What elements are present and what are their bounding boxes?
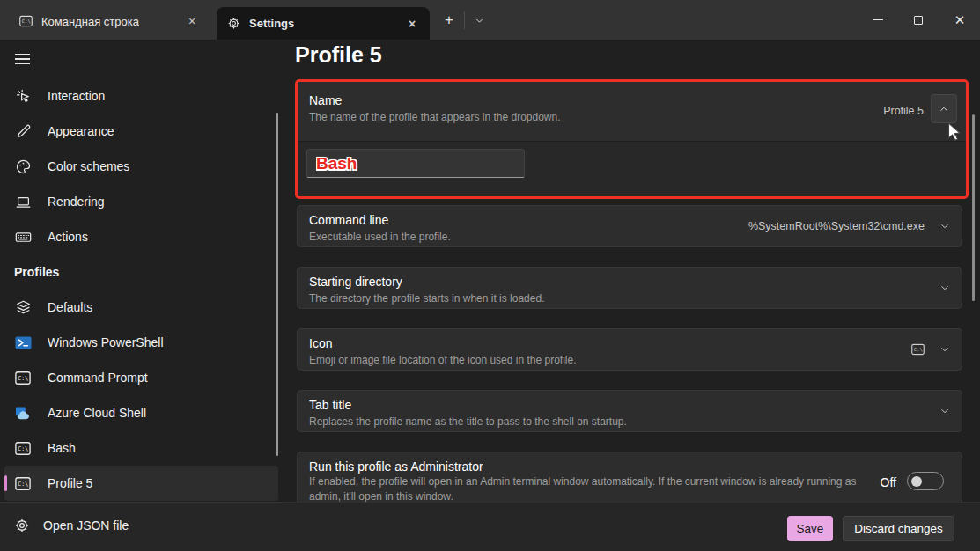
- sidebar-item-rendering[interactable]: Rendering: [4, 184, 278, 219]
- name-setting-card-annotated: Name The name of the profile that appear…: [295, 79, 969, 199]
- tab-command-prompt[interactable]: Командная строка ×: [9, 7, 210, 35]
- setting-label: Run this profile as Administrator: [309, 459, 483, 474]
- sidebar-item-command-prompt[interactable]: Command Prompt: [4, 360, 278, 395]
- sidebar-item-label: Command Prompt: [48, 371, 148, 385]
- sidebar-item-label: Defaults: [48, 300, 92, 314]
- tab-close-icon[interactable]: ×: [181, 11, 203, 32]
- sidebar-nav: Interaction Appearance Color schemes Ren…: [0, 78, 291, 501]
- paintbrush-icon: [14, 123, 32, 140]
- sidebar-item-label: Interaction: [48, 89, 105, 103]
- sidebar-item-azure-cloud-shell[interactable]: Azure Cloud Shell: [4, 395, 278, 430]
- palette-icon: [14, 158, 32, 175]
- setting-label: Icon: [309, 336, 332, 350]
- sidebar-item-windows-powershell[interactable]: Windows PowerShell: [4, 325, 278, 360]
- keyboard-icon: [14, 229, 32, 246]
- sidebar-item-label: Windows PowerShell: [48, 335, 164, 349]
- gear-icon: [14, 518, 30, 533]
- admin-toggle-switch[interactable]: [907, 472, 944, 490]
- setting-label: Tab title: [309, 398, 351, 412]
- tab-dropdown-button[interactable]: [468, 9, 490, 32]
- setting-description: Replaces the profile name as the title t…: [309, 415, 627, 428]
- setting-label: Name: [309, 93, 342, 107]
- tab-label: Settings: [249, 17, 294, 30]
- chevron-down-icon[interactable]: [939, 220, 951, 232]
- tab-label: Командная строка: [41, 15, 139, 28]
- sidebar-item-color-schemes[interactable]: Color schemes: [4, 149, 278, 184]
- sidebar-item-label: Rendering: [48, 195, 105, 209]
- chevron-down-icon[interactable]: [939, 282, 951, 294]
- discard-changes-button[interactable]: Discard changes: [843, 516, 954, 541]
- new-tab-button[interactable]: +: [437, 9, 461, 32]
- bottom-bar: Open JSON file Save Discard changes: [0, 502, 980, 551]
- powershell-icon: [14, 334, 32, 351]
- sidebar-item-actions[interactable]: Actions: [4, 219, 278, 254]
- sidebar-item-label: Azure Cloud Shell: [48, 406, 146, 420]
- command-line-setting-card[interactable]: Command line Executable used in the prof…: [297, 205, 962, 247]
- tabbar-separator: [464, 11, 465, 29]
- setting-description: Emoji or image file location of the icon…: [309, 354, 577, 366]
- name-input[interactable]: [306, 149, 525, 178]
- hamburger-icon: [15, 54, 30, 55]
- chevron-down-icon[interactable]: [939, 343, 951, 356]
- setting-description: The name of the profile that appears in …: [309, 111, 561, 123]
- cmd-terminal-icon: [911, 343, 925, 356]
- maximize-button[interactable]: [898, 0, 939, 40]
- page-title: Profile 5: [295, 42, 382, 68]
- cmd-terminal-icon: [19, 15, 33, 27]
- save-button[interactable]: Save: [787, 516, 833, 541]
- command-line-value: %SystemRoot%\System32\cmd.exe: [748, 220, 925, 232]
- run-as-admin-setting-card: Run this profile as Administrator If ena…: [297, 452, 962, 502]
- sidebar-item-label: Color schemes: [48, 159, 129, 173]
- name-current-value: Profile 5: [883, 105, 924, 117]
- mouse-cursor-icon: [14, 88, 32, 105]
- terminal-settings-window: Командная строка × Settings × + ✕ Intera…: [0, 0, 980, 551]
- titlebar: Командная строка × Settings × + ✕: [0, 0, 980, 40]
- tab-close-icon[interactable]: ×: [402, 13, 423, 34]
- sidebar-item-label: Actions: [48, 230, 88, 244]
- cmd-terminal-icon: [14, 371, 32, 386]
- tab-title-setting-card[interactable]: Tab title Replaces the profile name as t…: [297, 390, 962, 432]
- minimize-button[interactable]: [858, 0, 898, 40]
- close-button[interactable]: ✕: [939, 0, 980, 40]
- setting-description: If enabled, the profile will open in an …: [309, 474, 868, 502]
- hamburger-menu-button[interactable]: [7, 45, 37, 73]
- setting-description: Executable used in the profile.: [309, 231, 451, 243]
- profile-settings-page: Profile 5 Name The name of the profile t…: [291, 40, 980, 502]
- tab-settings[interactable]: Settings ×: [217, 7, 430, 40]
- settings-sidebar: Interaction Appearance Color schemes Ren…: [0, 40, 291, 502]
- setting-label: Starting directory: [309, 275, 402, 289]
- cmd-terminal-icon: [14, 476, 32, 491]
- maximize-icon: [914, 16, 923, 25]
- toggle-knob: [911, 476, 922, 487]
- sidebar-item-profile-5[interactable]: Profile 5: [4, 466, 278, 501]
- open-json-file-button[interactable]: Open JSON file: [14, 518, 129, 533]
- sidebar-item-interaction[interactable]: Interaction: [4, 78, 278, 114]
- mouse-cursor: [947, 122, 962, 143]
- profiles-section-header: Profiles: [0, 254, 291, 290]
- open-json-file-label: Open JSON file: [43, 518, 129, 533]
- sidebar-item-label: Bash: [48, 441, 76, 455]
- icon-setting-card[interactable]: Icon Emoji or image file location of the…: [297, 328, 962, 371]
- toggle-state-label: Off: [881, 475, 896, 489]
- close-icon: ✕: [954, 13, 966, 26]
- sidebar-item-label: Profile 5: [48, 476, 92, 490]
- cmd-terminal-icon: [14, 441, 32, 456]
- monitor-icon: [14, 194, 32, 210]
- sidebar-item-bash[interactable]: Bash: [4, 430, 278, 466]
- sidebar-item-defaults[interactable]: Defaults: [4, 290, 278, 325]
- sidebar-item-label: Appearance: [48, 124, 114, 138]
- collapse-expander-button[interactable]: [931, 94, 957, 123]
- layers-icon: [14, 299, 32, 316]
- gear-icon: [227, 17, 240, 30]
- setting-description: The directory the profile starts in when…: [309, 292, 544, 305]
- azure-cloud-icon: [14, 405, 32, 422]
- name-expander-content: [298, 142, 966, 196]
- sidebar-item-appearance[interactable]: Appearance: [4, 114, 278, 149]
- minimize-icon: [873, 19, 883, 20]
- chevron-down-icon[interactable]: [939, 405, 951, 417]
- starting-directory-setting-card[interactable]: Starting directory The directory the pro…: [297, 267, 962, 309]
- content-scrollbar[interactable]: [972, 114, 975, 301]
- name-expander-header[interactable]: Name The name of the profile that appear…: [298, 82, 966, 141]
- setting-label: Command line: [309, 213, 388, 227]
- sidebar-scrollbar[interactable]: [276, 113, 279, 456]
